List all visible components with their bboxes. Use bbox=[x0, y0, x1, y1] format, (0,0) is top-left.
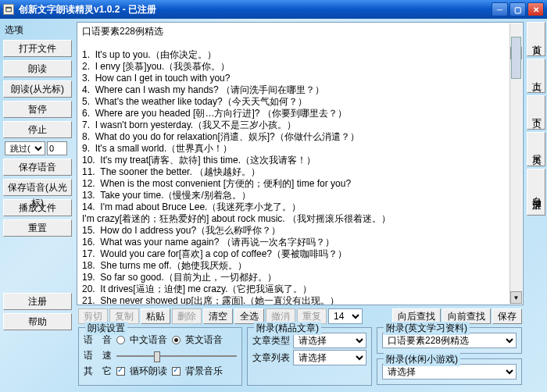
skip-select[interactable]: 跳过(句) bbox=[5, 141, 45, 155]
article-list-select[interactable]: 请选择 bbox=[293, 350, 366, 365]
scroll-down-icon[interactable]: ▼ bbox=[510, 291, 522, 304]
nav-prev[interactable]: 上页 bbox=[527, 59, 545, 93]
options-label: 选项 bbox=[5, 23, 72, 37]
fontsize-select[interactable]: 14 bbox=[328, 308, 363, 324]
nav-last[interactable]: 尾页 bbox=[527, 132, 545, 166]
save-voice-button[interactable]: 保存语音 bbox=[3, 159, 72, 176]
minimize-button[interactable]: ─ bbox=[492, 2, 508, 16]
paste-button[interactable]: 粘贴 bbox=[141, 308, 170, 324]
game-select[interactable]: 请选择 bbox=[382, 364, 517, 380]
close-button[interactable]: ✕ bbox=[527, 2, 544, 16]
article-type-select[interactable]: 请选择 bbox=[293, 333, 366, 348]
register-button[interactable]: 注册 bbox=[3, 293, 72, 310]
english-material-select[interactable]: 口语要素228例精选 bbox=[382, 333, 517, 348]
attach-title: 附录(精品文章) bbox=[254, 322, 321, 335]
skip-input[interactable] bbox=[47, 141, 67, 155]
attach-game-title: 附录(休闲小游戏) bbox=[384, 353, 460, 366]
clear-button[interactable]: 清空 bbox=[203, 308, 233, 324]
loop-check[interactable] bbox=[116, 367, 125, 376]
save-button[interactable]: 保存 bbox=[492, 308, 522, 324]
right-nav: 首页 上页 下页 尾页 自动滚屏 bbox=[525, 19, 547, 392]
reset-button[interactable]: 重置 bbox=[3, 219, 72, 237]
delete-button[interactable]: 删除 bbox=[172, 308, 202, 324]
text-area[interactable]: 口语要素228例精选 1. It's up to you.（由你决定。） 2. … bbox=[77, 22, 524, 305]
read-button[interactable]: 朗读 bbox=[3, 60, 72, 77]
nav-next[interactable]: 下页 bbox=[527, 95, 545, 130]
attach-eng-title: 附录(英文学习资料) bbox=[384, 322, 470, 335]
maximize-button[interactable]: ▢ bbox=[509, 2, 526, 16]
attach-article-group: 附录(精品文章) 文章类型请选择 文章列表请选择 bbox=[247, 327, 372, 386]
scrollbar[interactable]: ▲ ▼ bbox=[509, 23, 522, 304]
nav-autoscroll[interactable]: 自动滚屏 bbox=[527, 169, 545, 216]
read-settings-group: 朗读设置 语 音 中文语音 英文语音 语 速 其 它 循环朗读 背景音乐 bbox=[78, 327, 242, 386]
speed-slider[interactable] bbox=[116, 350, 237, 362]
attach-right-group: 附录(英文学习资料) 口语要素228例精选 附录(休闲小游戏) 请选择 bbox=[377, 327, 522, 386]
app-icon: 🗔 bbox=[3, 4, 14, 15]
pause-button[interactable]: 暂停 bbox=[3, 101, 72, 118]
lang-en-radio[interactable] bbox=[172, 336, 181, 344]
lang-cn-radio[interactable] bbox=[116, 336, 125, 344]
read-from-cursor-button[interactable]: 朗读(从光标) bbox=[3, 80, 72, 98]
play-file-button[interactable]: 播放文件 bbox=[3, 199, 72, 216]
save-voice-cursor-button[interactable]: 保存语音(从光标) bbox=[3, 179, 72, 196]
help-button[interactable]: 帮助 bbox=[3, 313, 72, 330]
read-settings-title: 朗读设置 bbox=[85, 322, 127, 335]
left-panel: 选项 打开文件 朗读 朗读(从光标) 暂停 停止 跳过(句) 保存语音 保存语音… bbox=[0, 19, 75, 392]
stop-button[interactable]: 停止 bbox=[3, 121, 72, 138]
window-title: 创新文字朗读精灵v1.0.2 - 已注册 bbox=[19, 3, 156, 16]
bgm-check[interactable] bbox=[172, 367, 181, 376]
title-bar: 🗔 创新文字朗读精灵v1.0.2 - 已注册 ─ ▢ ✕ bbox=[0, 0, 547, 19]
open-file-button[interactable]: 打开文件 bbox=[3, 40, 72, 57]
nav-first[interactable]: 首页 bbox=[527, 22, 545, 56]
scroll-thumb[interactable] bbox=[511, 37, 521, 79]
